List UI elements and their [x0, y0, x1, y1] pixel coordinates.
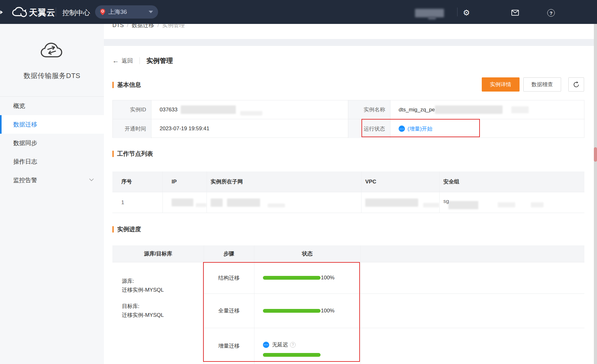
redacted-block: [365, 199, 418, 207]
progress-percent: 100%: [321, 308, 334, 314]
section-marker: [112, 226, 114, 232]
page-header: ← 返回 实例管理: [112, 56, 173, 65]
worker-node-table: 序号 IP 实例所在子网 VPC 安全组 1 sg: [112, 171, 584, 213]
redacted-block: [498, 202, 515, 207]
region-selector[interactable]: 上海36: [95, 5, 158, 19]
section-marker: [112, 82, 114, 88]
status-running-icon: ···: [263, 342, 269, 348]
back-button[interactable]: 返回: [122, 57, 133, 64]
location-pin-icon: [100, 8, 105, 15]
source-db-label: 源库:: [122, 277, 164, 286]
node-vpc-cell: [361, 192, 440, 213]
status-structure-migration: 100%: [254, 262, 361, 294]
source-target-db-cell: 源库: 迁移实例-MYSQL 目标库: 迁移实例-MYSQL: [122, 277, 164, 320]
sidebar-item-monitor-alert[interactable]: 监控告警: [0, 171, 104, 189]
instance-id-label: 实例ID: [113, 100, 151, 119]
col-header-ip: IP: [163, 171, 207, 192]
col-header-source-target-db: 源库/目标库: [112, 245, 204, 262]
progress-bar: [263, 276, 321, 280]
redacted-block: [240, 111, 262, 115]
header-divider: [139, 57, 140, 64]
redacted-block: [428, 17, 436, 20]
data-audit-button[interactable]: 数据稽查: [523, 77, 561, 92]
sidebar-item-overview[interactable]: 概览: [0, 97, 104, 115]
sidebar-item-data-migration[interactable]: 数据迁移: [0, 115, 104, 134]
run-status-value: ··· (增量)开始: [390, 119, 585, 138]
section-instance-progress: 实例进度: [112, 225, 141, 233]
sidebar-item-operation-log[interactable]: 操作日志: [0, 152, 104, 171]
node-subnet-cell: [207, 192, 361, 213]
chevron-down-icon: [149, 11, 153, 13]
redacted-block: [227, 199, 260, 207]
redacted-block: [172, 199, 193, 206]
refresh-button[interactable]: [568, 77, 584, 92]
basic-info-table: 实例ID 037633 实例名称 dts_mig_zq_pe 开通时间 2023…: [112, 100, 584, 138]
sidebar-item-label: 概览: [13, 102, 25, 110]
product-title: 数据传输服务DTS: [0, 71, 104, 81]
step-incremental-migration: 增量迁移: [204, 328, 254, 364]
target-db-label: 目标库:: [122, 302, 164, 311]
sidebar-menu: 概览 数据迁移 数据同步 操作日志 监控告警: [0, 96, 104, 189]
username-redacted[interactable]: [415, 9, 444, 17]
instance-name-value: dts_mig_zq_pe: [390, 100, 585, 119]
help-icon[interactable]: ?: [547, 9, 555, 17]
instance-progress-table: 源库/目标库 步骤 状态 源库: 迁移实例-MYSQL 目标库: 迁移实例-MY…: [112, 245, 584, 364]
step-full-migration: 全量迁移: [204, 294, 254, 328]
scrollbar-thumb[interactable]: [594, 147, 597, 162]
section-basic-info: 基本信息: [112, 81, 141, 89]
col-header-seq: 序号: [112, 171, 163, 192]
open-time-label: 开通时间: [113, 119, 151, 138]
scrollbar: [594, 24, 597, 364]
target-db-value: 迁移实例-MYSQL: [122, 311, 164, 320]
main-content: DTS/数据迁移/实例管理 ← 返回 实例管理 基本信息 实例详情 数据稽查 实…: [104, 24, 597, 364]
sidebar-item-data-sync[interactable]: 数据同步: [0, 134, 104, 152]
redacted-block: [435, 105, 503, 114]
refresh-icon: [573, 81, 580, 88]
table-divider: [361, 245, 361, 364]
redacted-block: [211, 199, 223, 207]
brand-name: 天翼云: [29, 7, 55, 18]
node-seq-cell: 1: [112, 192, 163, 213]
progress-bar: [263, 309, 321, 313]
step-structure-migration: 结构迁移: [204, 262, 254, 294]
sidebar-item-label: 数据迁移: [13, 120, 37, 129]
redacted-block: [511, 106, 529, 113]
sidebar: 数据传输服务DTS 概览 数据迁移 数据同步 操作日志 监控告警: [0, 24, 104, 364]
col-header-security-group: 安全组: [440, 171, 584, 192]
gear-icon[interactable]: ⚙: [463, 9, 470, 17]
col-header-vpc: VPC: [361, 171, 440, 192]
sidebar-item-label: 数据同步: [13, 139, 37, 147]
help-icon[interactable]: ?: [290, 342, 296, 348]
instance-detail-button[interactable]: 实例详情: [482, 77, 520, 92]
run-status-label: 运行状态: [348, 119, 390, 138]
cloud-brand-icon: [12, 7, 28, 19]
console-center-link[interactable]: 控制中心: [62, 8, 90, 18]
chevron-down-icon: [89, 178, 94, 181]
progress-bar: [263, 353, 321, 357]
run-status-link[interactable]: ··· (增量)开始: [399, 125, 432, 132]
status-running-icon: ···: [399, 126, 405, 132]
mail-icon[interactable]: [511, 10, 519, 17]
no-lag-label: 无延迟: [272, 341, 288, 348]
section-title: 实例进度: [117, 225, 141, 233]
page-title: 实例管理: [146, 56, 173, 65]
topbar-divider: [457, 8, 458, 16]
sidebar-item-label: 监控告警: [13, 176, 37, 184]
status-full-migration: 100%: [254, 294, 361, 328]
node-ip-cell: [163, 192, 207, 213]
section-marker: [112, 151, 114, 157]
section-worker-nodes: 工作节点列表: [112, 150, 153, 158]
region-name: 上海36: [108, 8, 149, 16]
source-db-value: 迁移实例-MYSQL: [122, 286, 164, 294]
col-header-step: 步骤: [204, 245, 254, 262]
redacted-block: [181, 105, 236, 114]
redacted-block: [531, 202, 543, 207]
dts-product-icon: [0, 42, 104, 60]
section-title: 工作节点列表: [117, 150, 153, 158]
section-title: 基本信息: [117, 81, 141, 89]
back-arrow-icon[interactable]: ←: [112, 57, 119, 64]
topbar: 天翼云 控制中心 上海36 ⚙ ?: [0, 0, 597, 24]
status-incremental-migration: ··· 无延迟 ?: [254, 328, 361, 364]
col-header-status: 状态: [254, 245, 361, 262]
sidebar-collapse-arrow[interactable]: [0, 10, 3, 14]
